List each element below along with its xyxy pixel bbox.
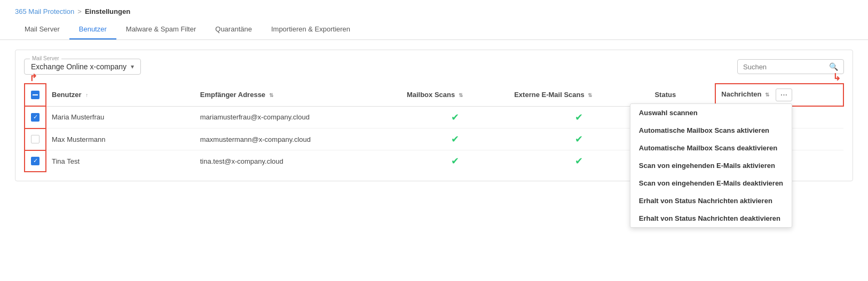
menu-item-scan-eingehend-aktivieren[interactable]: Scan von eingehenden E-Mails aktivieren	[630, 157, 792, 174]
mailbox-check-2: ✔	[407, 133, 503, 145]
td-select-3	[25, 150, 46, 172]
td-empfanger-2: maxmustermann@x-company.cloud	[195, 129, 401, 150]
th-nachrichten: ↳ Nachrichten ⇅ ··· Auswahl scannen Auto…	[715, 84, 843, 106]
td-benutzer-2: Max Mustermann	[46, 129, 195, 150]
breadcrumb-parent[interactable]: 365 Mail Protection	[15, 7, 74, 15]
server-selector-group[interactable]: Mail Server Exchange Online x-company ▾	[24, 59, 141, 75]
td-extern-3: ✔	[509, 150, 649, 172]
page-wrapper: 365 Mail Protection > Einstellungen Mail…	[0, 0, 868, 281]
td-select-2	[25, 129, 46, 150]
menu-item-scan-eingehend-deaktivieren[interactable]: Scan von eingehenden E-Mails deaktiviere…	[630, 174, 792, 192]
empfanger-1: mariamusterfrau@x-company.cloud	[200, 113, 310, 121]
extern-check-1: ✔	[514, 111, 644, 123]
tab-quarantane[interactable]: Quarantäne	[206, 20, 262, 39]
th-empfanger: Empfänger Adresse ⇅	[195, 84, 401, 106]
user-name-3[interactable]: Tina Test	[52, 157, 80, 165]
server-selector-label: Mail Server	[30, 55, 61, 61]
three-dot-button[interactable]: ···	[776, 89, 792, 101]
menu-item-status-aktivieren[interactable]: Erhalt von Status Nachrichten aktivieren	[630, 192, 792, 210]
server-selector-value[interactable]: Exchange Online x-company ▾	[31, 62, 134, 71]
user-name-2[interactable]: Max Mustermann	[52, 135, 105, 143]
th-mailbox: Mailbox Scans ⇅	[401, 84, 509, 106]
card: Mail Server Exchange Online x-company ▾ …	[15, 50, 853, 181]
mailbox-check-1: ✔	[407, 111, 503, 123]
th-extern: Externe E-Mail Scans ⇅	[509, 84, 649, 106]
search-icon: 🔍	[829, 62, 838, 71]
checkbox-minus-icon[interactable]	[31, 91, 40, 99]
tab-malware-spam[interactable]: Malware & Spam Filter	[116, 20, 206, 39]
breadcrumb-separator: >	[77, 7, 82, 15]
table-header-row: ↲ Benutzer ↑ Empfänger Adresse	[25, 84, 843, 106]
tab-benutzer[interactable]: Benutzer	[69, 20, 116, 39]
th-status: Status	[649, 84, 715, 106]
filter-empfanger-icon[interactable]: ⇅	[269, 92, 273, 98]
th-select: ↲	[25, 84, 46, 106]
filter-nachrichten-icon[interactable]: ⇅	[765, 92, 769, 98]
checkbox-unchecked-icon[interactable]	[31, 135, 40, 143]
td-benutzer-3: Tina Test	[46, 150, 195, 172]
checkbox-row-1[interactable]	[30, 113, 40, 122]
menu-item-status-deaktivieren[interactable]: Erhalt von Status Nachrichten deaktivier…	[630, 210, 792, 227]
checkbox-row-2[interactable]	[30, 135, 40, 143]
filter-extern-icon[interactable]: ⇅	[588, 92, 592, 98]
checkbox-checked-icon[interactable]	[31, 113, 40, 122]
search-input[interactable]	[743, 63, 826, 71]
breadcrumb-current: Einstellungen	[85, 7, 130, 15]
td-extern-2: ✔	[509, 129, 649, 150]
menu-item-auto-mailbox-deaktivieren[interactable]: Automatische Mailbox Scans deaktivieren	[630, 139, 792, 157]
context-menu: Auswahl scannen Automatische Mailbox Sca…	[630, 103, 792, 228]
main-content: Mail Server Exchange Online x-company ▾ …	[0, 40, 868, 191]
td-empfanger-1: mariamusterfrau@x-company.cloud	[195, 106, 401, 129]
mailbox-check-3: ✔	[407, 155, 503, 167]
td-select-1	[25, 106, 46, 129]
tab-importieren[interactable]: Importieren & Exportieren	[262, 20, 360, 39]
tabs-bar: Mail Server Benutzer Malware & Spam Filt…	[0, 20, 868, 40]
td-empfanger-3: tina.test@x-company.cloud	[195, 150, 401, 172]
table-container: ↲ Benutzer ↑ Empfänger Adresse	[24, 83, 844, 172]
empfanger-3: tina.test@x-company.cloud	[200, 157, 283, 165]
server-selector-area: Mail Server Exchange Online x-company ▾ …	[24, 59, 844, 75]
sort-asc-icon[interactable]: ↑	[85, 92, 88, 98]
red-arrow-checkbox: ↲	[29, 71, 37, 83]
tab-mail-server[interactable]: Mail Server	[15, 20, 69, 39]
td-extern-1: ✔	[509, 106, 649, 129]
td-mailbox-1: ✔	[401, 106, 509, 129]
user-name-1[interactable]: Maria Musterfrau	[52, 113, 104, 121]
filter-mailbox-icon[interactable]: ⇅	[459, 92, 463, 98]
td-mailbox-2: ✔	[401, 129, 509, 150]
select-all-checkbox[interactable]	[30, 91, 40, 99]
breadcrumb: 365 Mail Protection > Einstellungen	[0, 0, 868, 15]
empfanger-2: maxmustermann@x-company.cloud	[200, 135, 311, 143]
dropdown-arrow-icon: ▾	[131, 63, 134, 70]
extern-check-3: ✔	[514, 155, 644, 167]
th-benutzer: Benutzer ↑	[46, 84, 195, 106]
user-table: ↲ Benutzer ↑ Empfänger Adresse	[24, 83, 844, 172]
search-bar: 🔍	[737, 59, 844, 74]
checkbox-row-3[interactable]	[30, 157, 40, 165]
td-benutzer-1: Maria Musterfrau	[46, 106, 195, 129]
extern-check-2: ✔	[514, 133, 644, 145]
red-arrow-threedot: ↳	[833, 71, 841, 83]
menu-item-auto-mailbox-aktivieren[interactable]: Automatische Mailbox Scans aktivieren	[630, 122, 792, 139]
server-selector-text: Exchange Online x-company	[31, 62, 127, 71]
checkbox-checked-icon-3[interactable]	[31, 157, 40, 165]
menu-item-auswahl-scannen[interactable]: Auswahl scannen	[630, 104, 792, 122]
td-mailbox-3: ✔	[401, 150, 509, 172]
